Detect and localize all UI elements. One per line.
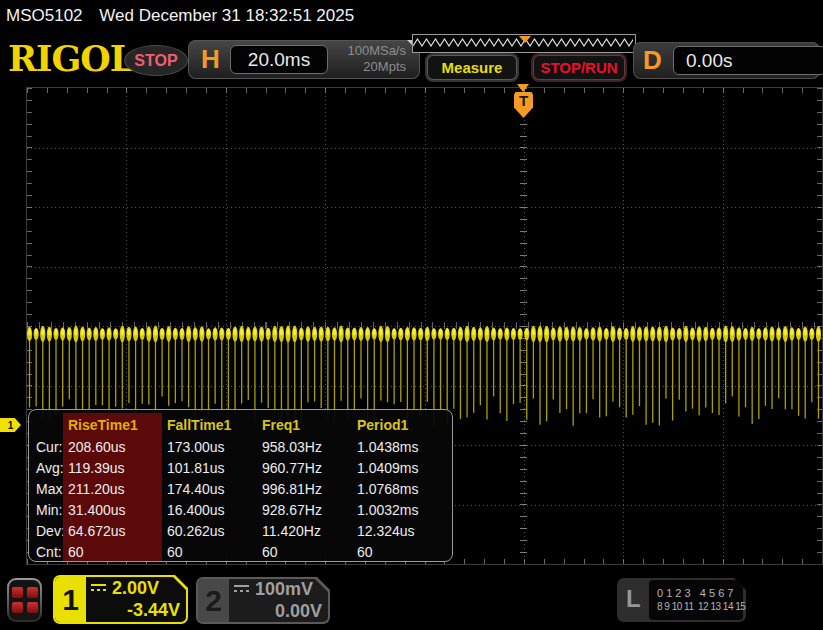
meas-value-cell: 1.0409ms xyxy=(352,457,452,478)
meas-value-cell: 101.81us xyxy=(162,457,257,478)
measurement-panel: RiseTime1FallTime1Freq1Period1Cur:208.60… xyxy=(28,409,453,562)
meas-value-cell: 60 xyxy=(162,541,257,562)
trigger-t-icon: T xyxy=(519,92,528,109)
meas-corner-cell xyxy=(29,413,63,436)
sample-rate-label: 100MSa/s xyxy=(347,43,406,59)
channel1-scale: 2.00V xyxy=(112,578,159,599)
logic-digits-row1: 0 1 2 3 4 5 6 7 xyxy=(657,586,743,600)
meas-value-cell: 60 xyxy=(63,541,162,562)
meas-value-cell: 119.39us xyxy=(63,457,162,478)
meas-row-label: Dev: xyxy=(29,520,63,541)
meas-value-cell: 60 xyxy=(257,541,352,562)
memory-depth-label: 20Mpts xyxy=(347,59,406,75)
logic-l-label: L xyxy=(626,585,641,613)
horizontal-menu-block[interactable]: H 20.0ms 100MSa/s 20Mpts xyxy=(188,40,420,79)
overview-trigger-marker-icon xyxy=(519,36,531,43)
dc-coupling-icon xyxy=(233,585,250,595)
trigger-triangle-icon xyxy=(517,84,529,92)
meas-column-header: Period1 xyxy=(352,413,452,436)
timebase-value[interactable]: 20.0ms xyxy=(230,45,328,74)
meas-row-label: Cur: xyxy=(29,436,63,457)
meas-value-cell: 208.60us xyxy=(63,436,162,457)
delay-block[interactable]: D 0.00s xyxy=(633,42,820,79)
meas-value-cell: 16.400us xyxy=(162,499,257,520)
meas-value-cell: 1.0438ms xyxy=(352,436,452,457)
meas-value-cell: 928.67Hz xyxy=(257,499,352,520)
meas-value-cell: 958.03Hz xyxy=(257,436,352,457)
meas-value-cell: 11.420Hz xyxy=(257,520,352,541)
topbar: MSO5102 Wed December 31 18:32:51 2025 xyxy=(0,0,823,30)
meas-value-cell: 31.400us xyxy=(63,499,162,520)
channel1-number: 1 xyxy=(55,577,86,622)
channel1-badge[interactable]: 1 2.00V -3.44V xyxy=(53,575,188,624)
datetime-label: Wed December 31 18:32:51 2025 xyxy=(99,6,354,25)
meas-value-cell: 1.0032ms xyxy=(352,499,452,520)
dc-coupling-icon xyxy=(90,584,107,594)
meas-row-label: Max: xyxy=(29,478,63,499)
meas-value-cell: 173.00us xyxy=(162,436,257,457)
logic-channels-badge[interactable]: L 0 1 2 3 4 5 6 7 8 9 10 11 12 13 14 15 xyxy=(617,578,746,622)
oscilloscope-screen: MSO5102 Wed December 31 18:32:51 2025 RI… xyxy=(0,0,823,630)
meas-column-header: Freq1 xyxy=(257,413,352,436)
menu-grid-icon[interactable] xyxy=(7,578,42,622)
meas-column-header: FallTime1 xyxy=(162,413,257,436)
meas-value-cell: 211.20us xyxy=(63,478,162,499)
channel1-level-marker[interactable]: 1 xyxy=(0,418,21,432)
meas-value-cell: 174.40us xyxy=(162,478,257,499)
meas-value-cell: 996.81Hz xyxy=(257,478,352,499)
model-label: MSO5102 xyxy=(6,6,83,25)
h-label: H xyxy=(201,44,220,75)
channel2-number: 2 xyxy=(198,579,229,622)
channel2-scale: 100mV xyxy=(255,579,313,600)
waveform-overview-strip[interactable] xyxy=(412,34,636,53)
logic-digits-row2: 8 9 10 11 12 13 14 15 xyxy=(657,600,743,614)
meas-row-label: Avg: xyxy=(29,457,63,478)
d-label: D xyxy=(643,45,662,76)
meas-value-cell: 12.324us xyxy=(352,520,452,541)
channel2-offset: 0.00V xyxy=(233,601,322,622)
channel2-badge[interactable]: 2 100mV 0.00V xyxy=(196,577,330,624)
meas-row-label: Cnt: xyxy=(29,541,63,562)
meas-value-cell: 60 xyxy=(352,541,452,562)
channel1-offset: -3.44V xyxy=(90,600,180,621)
meas-value-cell: 60.262us xyxy=(162,520,257,541)
meas-value-cell: 1.0768ms xyxy=(352,478,452,499)
meas-row-label: Min: xyxy=(29,499,63,520)
run-state-label: STOP xyxy=(134,52,177,70)
stop-run-button[interactable]: STOP/RUN xyxy=(533,55,625,80)
meas-column-header: RiseTime1 xyxy=(63,413,162,436)
meas-value-cell: 64.672us xyxy=(63,520,162,541)
run-state-badge: STOP xyxy=(124,45,188,76)
delay-value[interactable]: 0.00s xyxy=(673,46,823,75)
measure-button[interactable]: Measure xyxy=(427,55,517,80)
rigol-logo: RIGOL xyxy=(8,38,133,79)
meas-value-cell: 960.77Hz xyxy=(257,457,352,478)
